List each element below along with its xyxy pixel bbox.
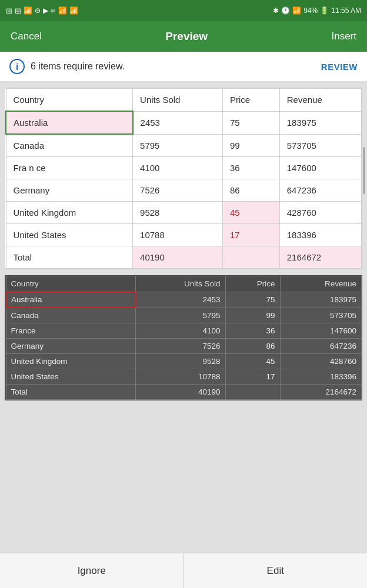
bg-australia-cell: Australia: [6, 292, 135, 308]
col-units-sold: Units Sold: [133, 89, 223, 112]
review-message: 6 items require review.: [31, 61, 315, 72]
insert-button[interactable]: Insert: [331, 31, 356, 42]
table-row: Australia 2453 75 183975: [6, 111, 362, 134]
status-bar-left: ⊞ ⊞ 📶 ⊖ ▶ ∞ 📶 📶: [6, 6, 78, 15]
edit-button[interactable]: Edit: [184, 553, 368, 588]
total-row: Total 40190 2164672: [6, 246, 362, 269]
col-country: Country: [6, 89, 133, 112]
page-title: Preview: [165, 30, 208, 43]
table-row: United States 10788 17 183396: [6, 224, 362, 246]
minus-circle-icon: ⊖: [35, 6, 41, 15]
table-row: Canada 5795 99 573705: [6, 134, 362, 157]
bg-col-units: Units Sold: [135, 276, 225, 292]
preview-table: Country Units Sold Price Revenue Austral…: [5, 88, 362, 269]
table-row: Germany 7526 86 647236: [6, 179, 362, 202]
office-icon: ⊞: [6, 6, 12, 15]
bg-col-revenue: Revenue: [280, 276, 361, 292]
bg-table-row: France 4100 36 147600: [6, 323, 362, 339]
bluetooth-icon: ✱: [273, 6, 279, 15]
bg-table: Country Units Sold Price Revenue Austral…: [5, 276, 362, 400]
wifi3-icon: 📶: [69, 6, 78, 15]
info-icon: i: [9, 59, 25, 74]
bg-table-row: United Kingdom 9528 45 428760: [6, 354, 362, 369]
bg-table-row: Canada 5795 99 573705: [6, 308, 362, 323]
table-row: United Kingdom 9528 45 428760: [6, 202, 362, 224]
review-button[interactable]: REVIEW: [321, 62, 358, 72]
wifi2-icon: 📶: [58, 6, 67, 15]
bg-col-price: Price: [225, 276, 280, 292]
australia-cell: Australia: [6, 111, 133, 134]
office-icon2: ⊞: [15, 6, 21, 15]
ignore-button[interactable]: Ignore: [0, 553, 184, 588]
bg-table-section: Country Units Sold Price Revenue Austral…: [5, 275, 362, 400]
cancel-button[interactable]: Cancel: [11, 31, 42, 42]
col-price: Price: [222, 89, 279, 112]
table-header-row: Country Units Sold Price Revenue: [6, 89, 362, 112]
bottom-action-bar: Ignore Edit: [0, 553, 367, 588]
bg-col-country: Country: [6, 276, 135, 292]
bg-table-row: Germany 7526 86 647236: [6, 339, 362, 354]
clock-icon: 🕐: [281, 6, 290, 15]
col-revenue: Revenue: [279, 89, 361, 112]
table-row: Fra n ce 4100 36 147600: [6, 157, 362, 179]
wifi-icon: 📶: [24, 6, 32, 15]
revenue-cell: 183975: [279, 111, 361, 134]
signal-bars-icon: 📶: [292, 6, 301, 15]
bg-table-header-row: Country Units Sold Price Revenue: [6, 276, 362, 292]
signal2-icon: ∞: [51, 6, 56, 15]
status-bar-right: ✱ 🕐 📶 94% 🔋 11:55 AM: [273, 6, 361, 15]
preview-table-section: Country Units Sold Price Revenue Austral…: [5, 88, 362, 269]
bg-table-row: Australia 2453 75 183975: [6, 292, 362, 308]
forward-icon: ▶: [43, 6, 48, 15]
nav-bar: Cancel Preview Insert: [0, 21, 367, 52]
time-display: 11:55 AM: [331, 6, 361, 15]
review-banner: i 6 items require review. REVIEW: [0, 52, 367, 82]
battery-level: 94%: [303, 6, 318, 15]
units-cell: 2453: [133, 111, 223, 134]
scrollbar[interactable]: [363, 147, 365, 194]
bg-table-row: United States 10788 17 183396: [6, 369, 362, 385]
price-cell: 75: [222, 111, 279, 134]
battery-icon: 🔋: [320, 6, 329, 15]
status-bar: ⊞ ⊞ 📶 ⊖ ▶ ∞ 📶 📶 ✱ 🕐 📶 94% 🔋 11:55 AM: [0, 0, 367, 21]
bg-total-row: Total 40190 2164672: [6, 385, 362, 400]
